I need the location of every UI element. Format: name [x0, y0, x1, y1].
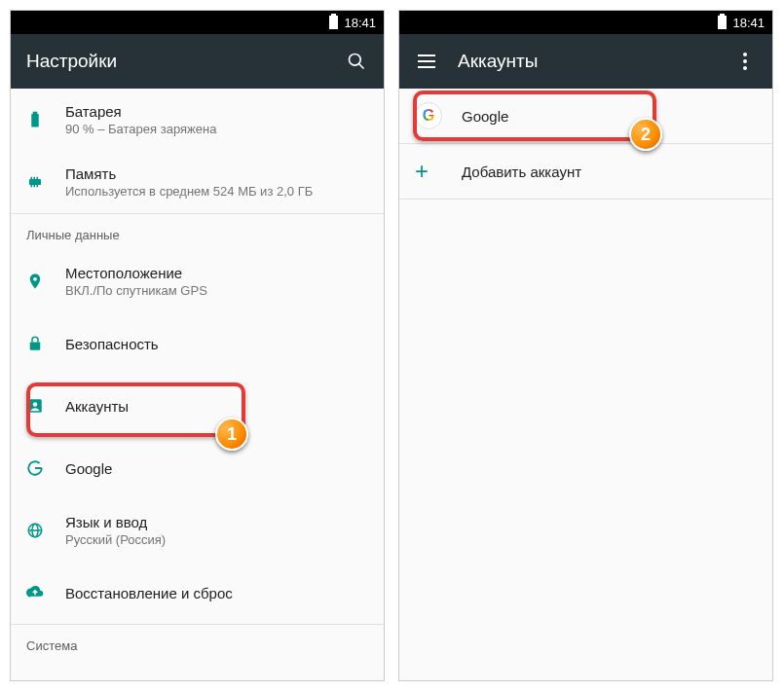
svg-rect-6	[34, 177, 36, 179]
svg-rect-4	[29, 179, 41, 185]
row-battery[interactable]: Батарея 90 % – Батарея заряжена	[11, 89, 384, 151]
svg-point-11	[33, 277, 37, 281]
row-memory[interactable]: Память Используется в среднем 524 МБ из …	[11, 151, 384, 213]
lock-icon	[26, 335, 65, 352]
row-label: Добавить аккаунт	[462, 164, 757, 180]
row-location[interactable]: Местоположение ВКЛ./По спутникам GPS	[11, 250, 384, 312]
svg-rect-3	[33, 112, 38, 114]
svg-line-1	[359, 64, 364, 69]
plus-icon: +	[415, 160, 462, 183]
hamburger-icon	[418, 60, 435, 62]
battery-icon	[26, 111, 65, 128]
row-account-google[interactable]: G Google	[399, 89, 772, 143]
battery-icon	[329, 16, 338, 29]
status-time: 18:41	[344, 16, 376, 30]
battery-icon	[718, 16, 727, 29]
section-personal: Личные данные	[11, 213, 384, 250]
globe-icon	[26, 522, 65, 539]
svg-point-14	[33, 402, 38, 407]
row-label: Безопасность	[65, 336, 368, 352]
row-sub: Используется в среднем 524 МБ из 2,0 ГБ	[65, 184, 368, 199]
svg-rect-12	[30, 343, 41, 350]
row-google[interactable]: Google	[11, 437, 384, 499]
svg-rect-9	[34, 185, 36, 187]
divider	[399, 199, 772, 200]
row-language[interactable]: Язык и ввод Русский (Россия)	[11, 499, 384, 562]
row-label: Батарея	[65, 103, 368, 120]
row-sub: ВКЛ./По спутникам GPS	[65, 283, 368, 298]
backup-icon	[26, 584, 65, 601]
row-datetime[interactable]: Дата и время	[11, 661, 384, 680]
page-title: Настройки	[26, 51, 345, 72]
row-add-account[interactable]: + Добавить аккаунт	[399, 144, 772, 199]
menu-button[interactable]	[415, 50, 438, 73]
accounts-icon	[26, 397, 65, 415]
section-system: Система	[11, 624, 384, 661]
svg-rect-5	[31, 177, 33, 179]
row-label: Память	[65, 165, 368, 182]
appbar-accounts: Аккаунты	[399, 34, 772, 89]
row-sub: Русский (Россия)	[65, 532, 368, 547]
svg-point-0	[350, 55, 361, 66]
row-label: Google	[65, 460, 368, 477]
search-button[interactable]	[345, 50, 368, 73]
status-bar: 18:41	[11, 11, 384, 34]
svg-rect-7	[37, 177, 39, 179]
row-security[interactable]: Безопасность	[11, 312, 384, 375]
page-title: Аккаунты	[458, 51, 733, 72]
row-accounts[interactable]: Аккаунты	[11, 375, 384, 437]
settings-list[interactable]: Батарея 90 % – Батарея заряжена Память И…	[11, 89, 384, 680]
row-label: Язык и ввод	[65, 514, 368, 530]
svg-rect-10	[37, 185, 39, 187]
more-button[interactable]	[733, 50, 757, 73]
status-bar: 18:41	[399, 11, 772, 34]
row-label: Google	[462, 108, 757, 125]
location-icon	[26, 273, 65, 290]
search-icon	[347, 52, 366, 71]
status-time: 18:41	[732, 16, 765, 30]
row-label: Восстановление и сброс	[65, 585, 368, 601]
row-label: Местоположение	[65, 265, 368, 281]
google-logo-icon: G	[415, 102, 462, 129]
phone-settings: 18:41 Настройки Батарея 90 % – Батарея з…	[10, 10, 385, 681]
memory-icon	[26, 173, 65, 191]
row-backup[interactable]: Восстановление и сброс	[11, 562, 384, 624]
row-label: Аккаунты	[65, 398, 368, 415]
svg-rect-8	[31, 185, 33, 187]
more-icon	[743, 53, 747, 70]
google-icon	[26, 459, 65, 477]
accounts-list[interactable]: G Google + Добавить аккаунт	[399, 89, 772, 680]
svg-rect-2	[31, 114, 39, 127]
row-sub: 90 % – Батарея заряжена	[65, 122, 368, 136]
phone-accounts: 18:41 Аккаунты G Google + Добавить аккау…	[398, 10, 773, 681]
appbar-settings: Настройки	[11, 34, 384, 89]
